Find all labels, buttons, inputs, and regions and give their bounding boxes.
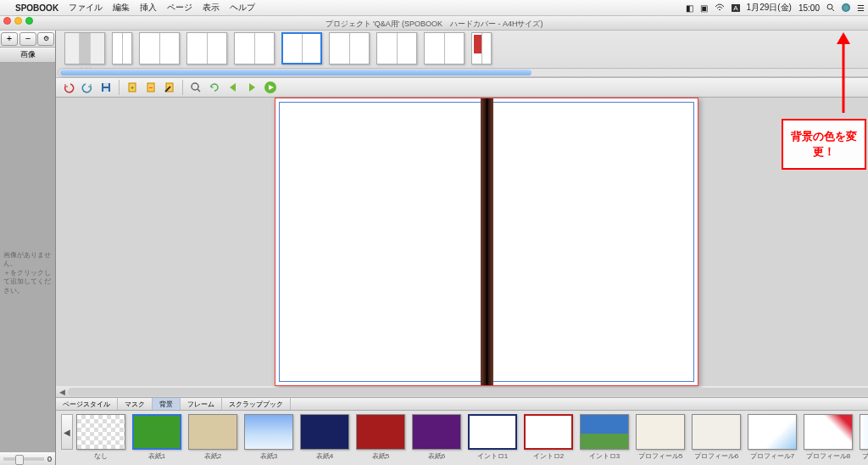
palette-label: イントロ3: [589, 451, 620, 461]
svg-point-11: [192, 83, 198, 90]
palette-label: プロフィール6: [694, 451, 738, 461]
notifications-icon[interactable]: ☰: [857, 3, 865, 13]
clock-date[interactable]: 1月29日(金): [747, 2, 792, 14]
svg-line-1: [832, 9, 835, 12]
redo-icon[interactable]: [80, 80, 95, 95]
palette-prev[interactable]: ◀: [61, 414, 73, 450]
menubar-status: ◧ ▣ A 1月29日(金) 15:00 ☰: [686, 2, 865, 14]
close-window[interactable]: [3, 17, 11, 25]
palette-item[interactable]: プロフィール7: [748, 414, 797, 461]
save-icon[interactable]: [98, 80, 114, 95]
mac-menubar: SPOBOOK ファイル 編集 挿入 ページ 表示 ヘルプ ◧ ▣ A 1月29…: [0, 0, 868, 15]
remove-image-button[interactable]: −: [19, 32, 36, 46]
palette-swatch[interactable]: [188, 414, 237, 450]
rotate-icon[interactable]: [207, 80, 222, 95]
palette-label: プロフィール7: [750, 451, 794, 461]
thumbnail-size-slider[interactable]: [3, 457, 44, 461]
asset-tab[interactable]: ページスタイル: [56, 398, 118, 410]
palette-swatch[interactable]: [580, 414, 629, 450]
minimize-window[interactable]: [14, 17, 22, 25]
svg-rect-4: [103, 88, 108, 92]
spotlight-icon[interactable]: [826, 3, 835, 12]
left-panel: + − ⚙ 画像 画像がありません。 ＋をクリックして追加してください。 0: [0, 31, 56, 465]
asset-tab[interactable]: フレーム: [181, 398, 222, 410]
svg-text:−: −: [149, 84, 153, 92]
palette-label: 表紙3: [260, 451, 277, 461]
left-tab-images[interactable]: 画像: [0, 48, 55, 62]
palette-swatch[interactable]: [692, 414, 741, 450]
add-page-icon[interactable]: +: [125, 80, 140, 95]
palette-item[interactable]: プロフィール5: [636, 414, 685, 461]
spread-preview[interactable]: [275, 98, 698, 386]
palette-item[interactable]: プロフィール8: [804, 414, 853, 461]
palette-label: 表紙5: [372, 451, 389, 461]
menu-view[interactable]: 表示: [203, 2, 220, 14]
clock-time[interactable]: 15:00: [798, 3, 820, 13]
asset-tab[interactable]: 背景: [153, 398, 181, 410]
window-titlebar: プロジェクト 'Q&A用' (SPOBOOK ハードカバー - A4Hサイズ): [0, 15, 868, 31]
book-spine: [481, 98, 493, 385]
palette-item[interactable]: 表紙2: [188, 414, 237, 461]
palette-item[interactable]: イントロ2: [524, 414, 573, 461]
palette-item[interactable]: 表紙5: [356, 414, 405, 461]
page-thumbnail-strip: 表紙12 - 34 - 56 - 78 - 910 - 1112 - 1314 …: [56, 31, 868, 78]
asset-tabbar: ページスタイルマスク背景フレームスクラップブック: [56, 397, 868, 411]
zoom-window[interactable]: [25, 17, 33, 25]
palette-item[interactable]: イントロ1: [468, 414, 517, 461]
palette-swatch[interactable]: [244, 414, 293, 450]
menu-page[interactable]: ページ: [167, 2, 192, 14]
palette-item[interactable]: プロフィール6: [692, 414, 741, 461]
menu-file[interactable]: ファイル: [69, 2, 103, 14]
palette-swatch[interactable]: [748, 414, 797, 450]
page-canvas[interactable]: [56, 98, 868, 386]
svg-line-12: [198, 89, 200, 92]
palette-swatch[interactable]: [804, 414, 853, 450]
editor-toolbar: + −: [56, 78, 868, 98]
palette-swatch[interactable]: [132, 414, 181, 450]
palette-swatch[interactable]: [860, 414, 868, 450]
canvas-h-scroll[interactable]: ◀▶: [56, 386, 868, 397]
palette-swatch[interactable]: [300, 414, 349, 450]
image-options-button[interactable]: ⚙: [37, 32, 54, 46]
palette-swatch[interactable]: [468, 414, 517, 450]
palette-label: 表紙4: [316, 451, 333, 461]
add-image-button[interactable]: +: [1, 32, 18, 46]
menu-help[interactable]: ヘルプ: [230, 2, 255, 14]
ime-icon[interactable]: A: [732, 4, 739, 12]
thumb-scrollbar[interactable]: [58, 68, 868, 77]
palette-item[interactable]: プロフィール9: [860, 414, 868, 461]
palette-item[interactable]: 表紙6: [412, 414, 461, 461]
palette-item[interactable]: なし: [76, 414, 125, 461]
app-name[interactable]: SPOBOOK: [15, 3, 58, 13]
menu-insert[interactable]: 挿入: [140, 2, 157, 14]
zoom-icon[interactable]: [188, 80, 203, 95]
palette-item[interactable]: 表紙1: [132, 414, 181, 461]
palette-swatch[interactable]: [76, 414, 125, 450]
undo-icon[interactable]: [61, 80, 76, 95]
palette-swatch[interactable]: [412, 414, 461, 450]
next-page-icon[interactable]: [244, 80, 259, 95]
palette-label: プロフィール9: [862, 451, 868, 461]
palette-swatch[interactable]: [524, 414, 573, 450]
tray-icon[interactable]: ▣: [700, 3, 708, 13]
window-traffic-lights: [3, 17, 33, 25]
menu-edit[interactable]: 編集: [113, 2, 130, 14]
palette-swatch[interactable]: [356, 414, 405, 450]
no-images-message: 画像がありません。 ＋をクリックして追加してください。: [3, 251, 52, 295]
palette-item[interactable]: 表紙4: [300, 414, 349, 461]
palette-swatch[interactable]: [636, 414, 685, 450]
palette-item[interactable]: イントロ3: [580, 414, 629, 461]
delete-page-icon[interactable]: −: [143, 80, 159, 95]
asset-tab[interactable]: スクラップブック: [222, 398, 291, 410]
play-icon[interactable]: [263, 80, 278, 95]
palette-item[interactable]: 表紙3: [244, 414, 293, 461]
siri-icon[interactable]: [842, 3, 850, 12]
edit-page-icon[interactable]: [162, 80, 177, 95]
prev-page-icon[interactable]: [225, 80, 241, 95]
asset-tab[interactable]: マスク: [118, 398, 153, 410]
palette-label: プロフィール8: [806, 451, 850, 461]
palette-label: なし: [94, 451, 108, 461]
tray-icon[interactable]: ◧: [686, 3, 693, 13]
palette-label: プロフィール5: [638, 451, 682, 461]
wifi-icon[interactable]: [715, 3, 725, 12]
